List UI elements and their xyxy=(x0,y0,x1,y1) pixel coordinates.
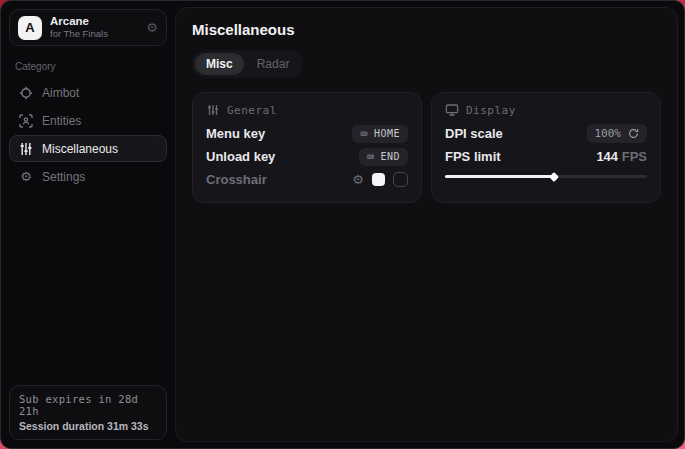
unload-key-row: Unload key ⌨ END xyxy=(206,145,408,168)
gear-icon[interactable]: ⚙ xyxy=(146,21,158,34)
entities-icon xyxy=(19,114,33,128)
page-title: Miscellaneous xyxy=(192,21,661,38)
unload-key-value: END xyxy=(380,151,400,162)
menu-key-badge[interactable]: ⌨ HOME xyxy=(352,125,408,143)
brand-card: A Arcane for The Finals ⚙ xyxy=(9,9,167,46)
fps-slider[interactable] xyxy=(445,175,647,178)
display-card: Display DPI scale 100% FPS limit xyxy=(431,92,661,203)
keyboard-icon: ⌨ xyxy=(367,151,375,163)
sidebar-item-label: Miscellaneous xyxy=(42,142,118,156)
main-panel: Miscellaneous Misc Radar General Menu ke… xyxy=(175,7,678,442)
sidebar: A Arcane for The Finals ⚙ Category Aimbo… xyxy=(1,1,175,448)
display-card-header: Display xyxy=(445,103,647,117)
session-duration-text: Session duration 31m 33s xyxy=(19,420,157,432)
fps-number: 144 xyxy=(596,149,618,164)
sidebar-item-miscellaneous[interactable]: Miscellaneous xyxy=(9,135,167,162)
tab-radar[interactable]: Radar xyxy=(246,53,301,75)
sidebar-item-settings[interactable]: ⚙ Settings xyxy=(9,163,167,190)
menu-key-value: HOME xyxy=(374,128,400,139)
keyboard-icon: ⌨ xyxy=(360,128,368,140)
monitor-icon xyxy=(445,103,459,117)
sidebar-item-aimbot[interactable]: Aimbot xyxy=(9,79,167,106)
sidebar-item-label: Entities xyxy=(42,114,81,128)
tab-bar: Misc Radar xyxy=(192,50,303,78)
general-card: General Menu key ⌨ HOME Unload key ⌨ END xyxy=(192,92,422,203)
dpi-scale-label: DPI scale xyxy=(445,126,503,141)
unload-key-badge[interactable]: ⌨ END xyxy=(359,148,408,166)
sliders-icon xyxy=(19,142,33,156)
menu-key-row: Menu key ⌨ HOME xyxy=(206,122,408,145)
gear-icon: ⚙ xyxy=(19,170,33,183)
dpi-scale-select[interactable]: 100% xyxy=(587,124,648,143)
fps-unit: FPS xyxy=(622,149,647,164)
sidebar-item-label: Aimbot xyxy=(42,86,79,100)
brand-text: Arcane for The Finals xyxy=(50,15,108,39)
crosshair-color-swatch[interactable] xyxy=(372,173,385,186)
sub-expires-text: Sub expires in 28d 21h xyxy=(19,393,157,417)
general-card-header: General xyxy=(206,103,408,117)
category-label: Category xyxy=(15,61,161,72)
app-subtitle: for The Finals xyxy=(50,29,108,40)
crosshair-icon xyxy=(19,86,33,100)
unload-key-label: Unload key xyxy=(206,149,275,164)
refresh-icon xyxy=(628,128,639,139)
app-window: A Arcane for The Finals ⚙ Category Aimbo… xyxy=(0,0,685,449)
cards-container: General Menu key ⌨ HOME Unload key ⌨ END xyxy=(192,92,661,203)
subscription-card: Sub expires in 28d 21h Session duration … xyxy=(9,385,167,440)
crosshair-label: Crosshair xyxy=(206,172,267,187)
sliders-icon xyxy=(206,103,220,117)
menu-key-label: Menu key xyxy=(206,126,265,141)
app-title: Arcane xyxy=(50,15,108,28)
crosshair-checkbox[interactable] xyxy=(393,172,408,187)
crosshair-row: Crosshair ⚙ xyxy=(206,168,408,191)
sidebar-item-label: Settings xyxy=(42,170,85,184)
fps-limit-label: FPS limit xyxy=(445,149,501,164)
sidebar-nav: Aimbot Entities Miscellaneous ⚙ Settings xyxy=(9,79,167,190)
crosshair-controls: ⚙ xyxy=(352,172,408,187)
dpi-scale-value: 100% xyxy=(595,127,622,140)
dpi-scale-row: DPI scale 100% xyxy=(445,122,647,145)
app-logo: A xyxy=(18,16,42,40)
fps-limit-value: 144 FPS xyxy=(596,149,647,164)
gear-icon[interactable]: ⚙ xyxy=(352,173,364,186)
general-card-title: General xyxy=(227,104,277,117)
fps-slider-thumb[interactable] xyxy=(549,172,559,182)
display-card-title: Display xyxy=(466,104,516,117)
sidebar-item-entities[interactable]: Entities xyxy=(9,107,167,134)
fps-limit-row: FPS limit 144 FPS xyxy=(445,145,647,168)
tab-misc[interactable]: Misc xyxy=(195,53,244,75)
fps-slider-fill xyxy=(445,175,554,178)
